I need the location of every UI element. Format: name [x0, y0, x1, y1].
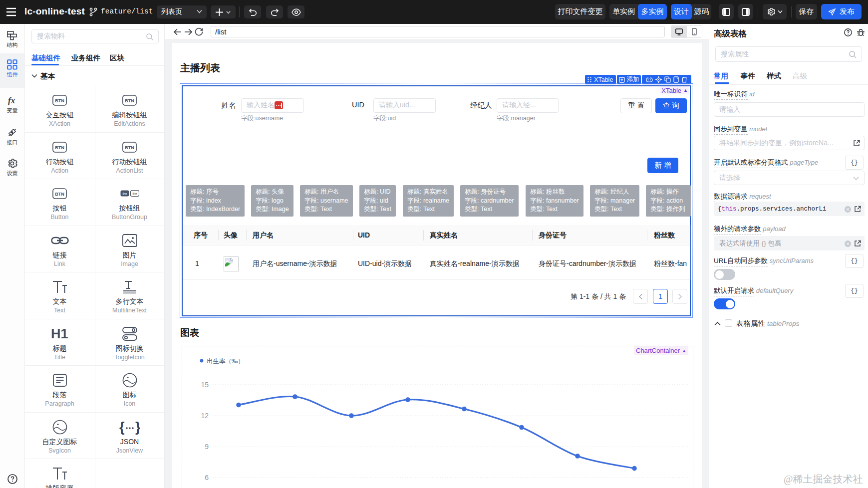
- svg-text:H1: H1: [51, 327, 68, 341]
- svg-text:Btn: Btn: [122, 192, 127, 195]
- svg-text:6: 6: [205, 474, 209, 482]
- svg-text:}: }: [135, 420, 140, 435]
- svg-text:BTN: BTN: [55, 98, 64, 103]
- svg-text:BTN: BTN: [55, 145, 64, 150]
- svg-text:出生率（‰）: 出生率（‰）: [207, 358, 244, 365]
- svg-text:fx: fx: [8, 96, 15, 105]
- svg-text:15: 15: [201, 381, 209, 389]
- svg-text:{: {: [119, 420, 125, 435]
- svg-text:12: 12: [201, 412, 209, 420]
- svg-text:9: 9: [205, 443, 209, 451]
- svg-text:BTN: BTN: [125, 98, 134, 103]
- svg-text:BTN: BTN: [125, 145, 134, 150]
- svg-text:BTN: BTN: [55, 192, 64, 197]
- svg-text:Btn: Btn: [132, 192, 137, 195]
